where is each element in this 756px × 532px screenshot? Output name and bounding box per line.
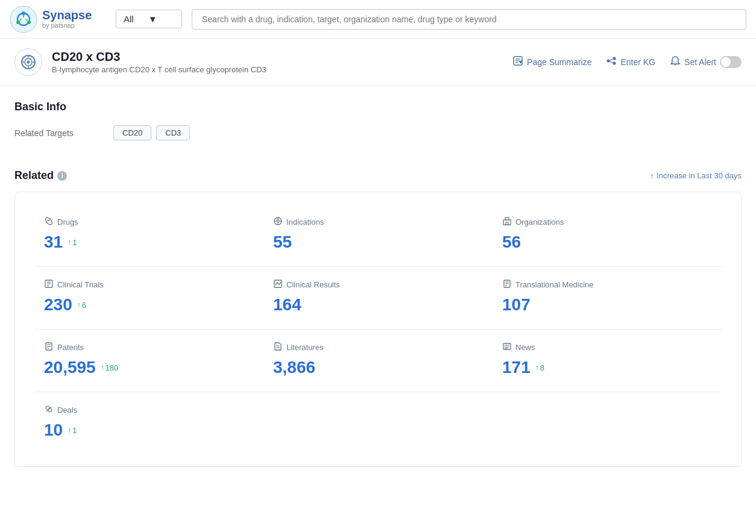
entity-header: CD20 x CD3 B-lymphocyte antigen CD20 x T…	[0, 39, 756, 86]
related-info-icon[interactable]: i	[57, 171, 67, 181]
translational-medicine-icon	[502, 279, 512, 290]
stat-category-label: Patents	[44, 342, 254, 353]
increase-value: 8	[540, 363, 544, 372]
set-alert-toggle[interactable]	[720, 56, 742, 68]
related-section-title: Related	[14, 169, 54, 182]
synapse-logo-icon	[10, 5, 37, 33]
stats-grid: Drugs 31 ↑ 1 Indications 55 Organization…	[34, 207, 722, 452]
stat-value: 107	[502, 295, 531, 315]
stat-value-row: 230 ↑ 6	[44, 295, 254, 315]
stat-increase: ↑ 6	[77, 301, 86, 310]
stat-value-row: 56	[502, 233, 712, 252]
patents-icon	[44, 342, 54, 353]
increase-arrow-icon: ↑	[77, 301, 81, 309]
stat-value: 171	[502, 358, 531, 377]
entity-actions: Page Summarize Enter KG	[512, 55, 742, 69]
related-targets-label: Related Targets	[14, 128, 99, 138]
literatures-icon	[273, 342, 283, 353]
increase-arrow-icon: ↑	[68, 238, 71, 246]
increase-arrow-icon: ↑	[101, 363, 104, 372]
clinical-results-icon	[273, 279, 283, 290]
stat-category-label: Indications	[273, 216, 483, 228]
stat-value-row: 20,595 ↑ 180	[44, 358, 254, 377]
svg-point-20	[607, 60, 610, 63]
svg-point-25	[44, 216, 53, 226]
stat-category-text: Organizations	[515, 217, 564, 227]
stat-item-clinical-results[interactable]: Clinical Results 164	[263, 269, 493, 327]
logo-text: Synapse by patsnap	[42, 8, 92, 29]
drugs-icon	[44, 216, 54, 228]
stat-increase: ↑ 180	[101, 363, 119, 372]
svg-point-21	[613, 57, 616, 60]
stat-value: 20,595	[44, 358, 96, 377]
stat-category-label: Literatures	[273, 342, 483, 353]
set-alert-button[interactable]: Set Alert	[670, 55, 716, 69]
stat-value-row: 10 ↑ 1	[44, 421, 254, 440]
page-summarize-button[interactable]: Page Summarize	[512, 55, 591, 69]
stat-item-patents[interactable]: Patents 20,595 ↑ 180	[34, 332, 263, 389]
stat-value: 56	[502, 233, 521, 252]
stat-category-text: Deals	[57, 405, 77, 415]
stat-category-label: Organizations	[502, 216, 712, 228]
stat-category-text: Literatures	[286, 343, 323, 352]
stat-item-translational-medicine[interactable]: Translational Medicine 107	[493, 269, 722, 327]
tag-cd3[interactable]: CD3	[156, 125, 190, 140]
set-alert-wrapper: Set Alert	[670, 55, 742, 69]
logo-sub-text: by patsnap	[42, 22, 92, 29]
global-search-input[interactable]	[202, 14, 736, 24]
stat-category-label: Clinical Results	[273, 279, 483, 290]
stat-value-row: 164	[273, 295, 483, 315]
stat-item-organizations[interactable]: Organizations 56	[493, 207, 722, 264]
stat-category-text: Translational Medicine	[515, 280, 594, 289]
related-title-wrap: Related i	[14, 169, 67, 182]
stat-category-label: Drugs	[44, 216, 254, 228]
stat-category-text: Clinical Trials	[57, 280, 104, 289]
enter-kg-button[interactable]: Enter KG	[606, 55, 655, 69]
increase-value: 1	[72, 426, 77, 435]
organizations-icon	[502, 216, 512, 228]
svg-point-28	[277, 220, 279, 222]
dropdown-chevron-icon: ▼	[148, 14, 157, 24]
svg-line-23	[610, 59, 614, 60]
svg-line-26	[47, 220, 51, 222]
entity-title: CD20 x CD3	[52, 50, 503, 64]
stat-increase: ↑ 8	[535, 363, 544, 372]
related-targets-tags: CD20 CD3	[113, 125, 190, 140]
page-summarize-icon	[512, 55, 523, 69]
search-type-dropdown[interactable]: All ▼	[116, 10, 182, 28]
increase-value: 6	[82, 301, 86, 310]
stat-value-row: 171 ↑ 8	[502, 358, 712, 377]
stat-category-text: Patents	[57, 343, 84, 352]
stat-category-text: Drugs	[57, 217, 78, 227]
stat-item-literatures[interactable]: Literatures 3,866	[263, 332, 493, 389]
increase-arrow-icon: ↑	[535, 363, 539, 372]
svg-line-24	[610, 61, 614, 63]
stat-value: 10	[44, 421, 63, 440]
basic-info-title: Basic Info	[14, 101, 742, 113]
stat-item-deals[interactable]: Deals 10 ↑ 1	[34, 395, 263, 452]
stat-item-clinical-trials[interactable]: Clinical Trials 230 ↑ 6	[34, 269, 263, 327]
news-icon	[502, 342, 512, 353]
stat-category-label: Translational Medicine	[502, 279, 712, 290]
enter-kg-icon	[606, 55, 617, 69]
stat-item-indications[interactable]: Indications 55	[263, 207, 493, 264]
stat-category-text: News	[515, 343, 535, 352]
svg-point-0	[10, 6, 37, 33]
increase-label-text: Increase in Last 30 days	[657, 171, 742, 180]
svg-point-22	[613, 62, 616, 65]
stat-item-news[interactable]: News 171 ↑ 8	[493, 332, 722, 389]
increase-arrow-icon: ↑	[68, 426, 71, 434]
logo-main-text: Synapse	[42, 8, 92, 22]
entity-icon	[14, 48, 42, 76]
stat-category-text: Indications	[286, 217, 324, 227]
stat-value: 31	[44, 233, 63, 252]
tag-cd20[interactable]: CD20	[113, 125, 151, 140]
stat-item-drugs[interactable]: Drugs 31 ↑ 1	[34, 207, 263, 264]
stat-category-label: News	[502, 342, 712, 353]
svg-point-4	[16, 20, 20, 24]
related-header: Related i ↑ Increase in Last 30 days	[14, 169, 742, 182]
stat-increase: ↑ 1	[68, 426, 77, 435]
basic-info-row: Related Targets CD20 CD3	[14, 125, 742, 150]
svg-rect-34	[505, 217, 509, 220]
stat-value-row: 55	[273, 233, 483, 252]
